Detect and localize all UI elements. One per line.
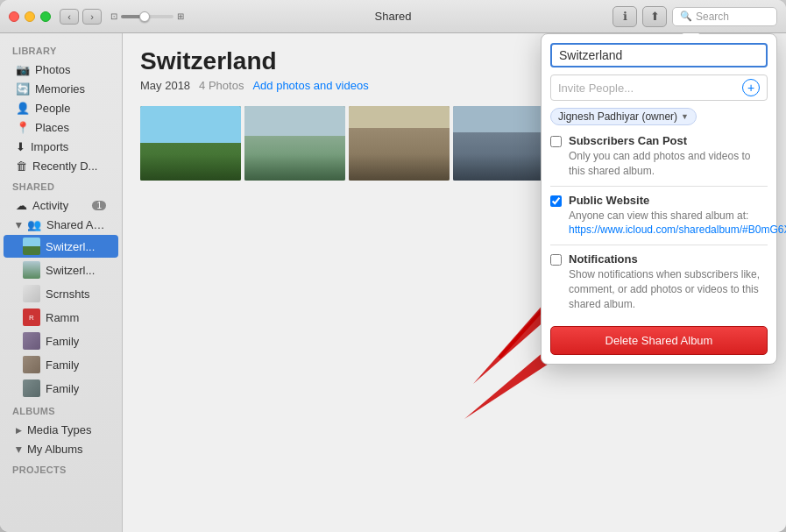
forward-button[interactable]: › [82,9,102,25]
popover: Invite People... + Jignesh Padhiyar (own… [541,33,777,365]
sidebar-item-photos[interactable]: 📷 Photos [4,60,118,79]
photo-detail-3 [349,154,450,181]
photo-thumb-2[interactable] [244,106,345,181]
sidebar-sub-item-family-2[interactable]: Family [4,353,118,376]
notifications-desc: Show notifications when subscribers like… [569,267,768,311]
owner-tag[interactable]: Jignesh Padhiyar (owner) ▼ [550,108,697,125]
sub-thumb-family-3 [23,379,40,397]
search-placeholder: Search [696,11,729,23]
sidebar-label-switzerl-2: Switzerl... [46,264,95,277]
sidebar-item-recently-deleted[interactable]: 🗑 Recently D... [4,157,118,175]
public-website-row: Public Website Anyone can view this shar… [550,194,768,238]
sidebar-label-media-types: Media Types [27,423,91,436]
library-section-title: Library [0,40,122,60]
sidebar-sub-item-switzerl-2[interactable]: Switzerl... [4,259,118,281]
expand-arrow-icon: ▶ [15,222,24,228]
photo-thumb-1[interactable] [140,106,241,181]
sub-thumb-family-1 [23,332,40,350]
slider-thumb[interactable] [139,11,150,22]
subscribers-can-post-checkbox[interactable] [550,136,562,147]
photo-detail-2 [244,154,345,181]
sidebar-item-activity[interactable]: ☁ Activity 1 [4,196,118,215]
sidebar-label-activity: Activity [32,199,68,212]
sidebar-label-scrnshts: Scrnshts [46,287,90,301]
sidebar-item-memories[interactable]: 🔄 Memories [4,80,118,98]
album-date: May 2018 [140,79,190,92]
sidebar-item-imports[interactable]: ⬇ Imports [4,138,118,156]
album-count: 4 Photos [199,79,244,92]
notifications-label[interactable]: Notifications [569,252,638,266]
sidebar-item-places[interactable]: 📍 Places [4,118,118,137]
public-website-label[interactable]: Public Website [569,194,649,207]
sidebar-sub-item-family-3[interactable]: Family [4,377,118,400]
owner-arrow-icon: ▼ [681,112,689,121]
nav-buttons: ‹ › [60,9,102,25]
close-button[interactable] [9,11,19,22]
photo-thumb-4[interactable] [453,106,554,181]
main-window: ‹ › ⊡ ⊞ Shared ℹ ⬆ 🔍 Search L [0,0,786,532]
sidebar-item-media-types[interactable]: ▶ Media Types [4,421,118,439]
info-button[interactable]: ℹ [613,6,637,27]
sidebar-label-places: Places [35,121,69,134]
imports-icon: ⬇ [16,140,25,153]
sidebar-item-people[interactable]: 👤 People [4,99,118,117]
zoom-slider[interactable] [121,15,173,18]
sidebar-label-my-albums: My Albums [27,443,83,456]
sidebar-sub-item-switzerl-1[interactable]: Switzerl... [4,235,118,258]
sidebar-sub-item-ramm[interactable]: R Ramm [4,306,118,329]
divider-1 [550,186,768,187]
fullscreen-button[interactable] [40,11,51,22]
zoom-out-icon: ⊡ [110,11,117,21]
sidebar-item-shared-albums[interactable]: ▶ 👥 Shared Alb... [4,216,118,234]
subscribers-can-post-row: Subscribers Can Post Only you can add ph… [550,134,768,179]
projects-section-title: Projects [0,459,122,479]
invite-plus-button[interactable]: + [742,79,760,96]
notifications-row: Notifications Show notifications when su… [550,252,768,311]
delete-shared-album-button[interactable]: Delete Shared Album [550,326,768,355]
activity-icon: ☁ [16,199,27,212]
sub-thumb-2 [23,261,40,279]
share-button[interactable]: ⬆ [642,6,667,27]
sidebar-label-switzerl-1: Switzerl... [46,240,95,253]
invite-row[interactable]: Invite People... + [550,74,768,101]
public-website-desc: Anyone can view this shared album at: ht… [569,209,786,238]
sub-thumb-1 [23,238,40,255]
minimize-button[interactable] [25,11,35,22]
media-types-arrow-icon: ▶ [16,426,22,435]
photo-detail-1 [140,154,241,181]
share-icon: ⬆ [650,10,660,23]
sidebar-label-recently-deleted: Recently D... [32,160,97,173]
sidebar-label-family-2: Family [46,358,79,372]
back-button[interactable]: ‹ [60,9,79,25]
add-photos-link[interactable]: Add photos and videos [252,79,368,92]
shared-section-title: Shared [0,176,122,195]
my-albums-arrow-icon: ▶ [15,446,24,452]
owner-label: Jignesh Padhiyar (owner) [558,110,677,123]
invite-placeholder: Invite People... [558,82,634,95]
content-area: Switzerland May 2018 4 Photos Add photos… [123,33,786,532]
photo-thumb-3[interactable] [349,106,450,181]
window-title: Shared [375,10,412,23]
photos-icon: 📷 [16,63,30,76]
sidebar: Library 📷 Photos 🔄 Memories 👤 People 📍 P… [0,33,123,532]
search-box[interactable]: 🔍 Search [672,7,777,26]
public-website-url-link[interactable]: https://www.icloud.com/sharedalbum/#B0mG… [569,223,786,236]
sidebar-label-ramm: Ramm [46,311,79,324]
albums-section-title: Albums [0,401,122,420]
sidebar-label-people: People [35,102,70,115]
public-website-checkbox[interactable] [550,195,562,207]
zoom-in-icon: ⊞ [177,11,184,21]
sidebar-item-my-albums[interactable]: ▶ My Albums [4,440,118,458]
sidebar-sub-item-scrnshts[interactable]: Scrnshts [4,282,118,305]
sidebar-label-family-3: Family [46,382,79,395]
people-icon: 👤 [16,102,30,115]
main-content: Library 📷 Photos 🔄 Memories 👤 People 📍 P… [0,33,786,532]
notifications-checkbox[interactable] [550,254,562,266]
divider-2 [550,245,768,245]
album-name-input[interactable] [550,43,768,67]
photo-detail-4 [453,154,554,181]
activity-badge: 1 [92,201,106,210]
subscribers-can-post-label[interactable]: Subscribers Can Post [569,134,687,147]
sidebar-sub-item-family-1[interactable]: Family [4,330,118,352]
sub-thumb-scrnshts [23,285,40,302]
